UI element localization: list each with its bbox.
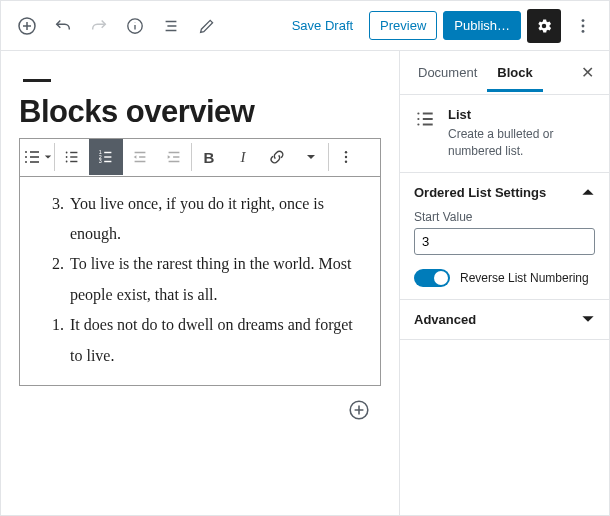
close-sidebar-button[interactable]: ✕ xyxy=(573,59,601,87)
pencil-icon xyxy=(199,18,215,34)
ordered-list-settings-panel: Ordered List Settings Start Value Revers… xyxy=(400,173,609,300)
block-toolbar: 123 B I xyxy=(19,138,381,176)
block-type-list-button[interactable] xyxy=(20,139,54,175)
publish-button[interactable]: Publish… xyxy=(443,11,521,40)
reverse-numbering-label: Reverse List Numbering xyxy=(460,271,589,285)
svg-point-6 xyxy=(25,156,27,158)
link-button[interactable] xyxy=(260,139,294,175)
italic-icon: I xyxy=(241,149,246,166)
undo-icon xyxy=(54,17,72,35)
info-icon xyxy=(126,17,144,35)
more-vertical-icon xyxy=(574,17,592,35)
ordered-list: 3.You live once, if you do it right, onc… xyxy=(36,189,364,371)
svg-point-7 xyxy=(25,161,27,163)
title-accent xyxy=(23,79,51,82)
info-button[interactable] xyxy=(119,10,151,42)
list-block-card-icon xyxy=(414,107,436,131)
preview-button[interactable]: Preview xyxy=(369,11,437,40)
svg-point-15 xyxy=(345,156,347,158)
list-block-icon xyxy=(22,147,42,167)
settings-sidebar: Document Block ✕ List Create a bulleted … xyxy=(399,51,609,516)
advanced-panel: Advanced xyxy=(400,300,609,340)
list-icon xyxy=(414,108,436,130)
plus-circle-icon xyxy=(17,16,37,36)
settings-button[interactable] xyxy=(527,9,561,43)
svg-point-10 xyxy=(66,161,68,163)
add-block-after-button[interactable] xyxy=(343,394,375,426)
bold-icon: B xyxy=(204,149,215,166)
block-card-description: Create a bulleted or numbered list. xyxy=(448,126,595,160)
start-value-input[interactable] xyxy=(414,228,595,255)
svg-point-8 xyxy=(66,152,68,154)
ordered-list-button[interactable]: 123 xyxy=(89,139,123,175)
gear-icon xyxy=(535,17,553,35)
chevron-down-icon xyxy=(306,152,316,162)
svg-point-19 xyxy=(417,118,419,120)
tab-document[interactable]: Document xyxy=(408,53,487,92)
svg-point-5 xyxy=(25,151,27,153)
chevron-down-icon xyxy=(44,153,52,161)
more-menu-button[interactable] xyxy=(567,10,599,42)
undo-button[interactable] xyxy=(47,10,79,42)
add-block-button[interactable] xyxy=(11,10,43,42)
numbered-list-icon: 123 xyxy=(97,148,115,166)
tab-block[interactable]: Block xyxy=(487,53,542,92)
chevron-down-icon xyxy=(581,312,595,326)
more-vertical-icon xyxy=(338,149,354,165)
panel-toggle-ordered[interactable]: Ordered List Settings xyxy=(414,185,595,200)
save-draft-button[interactable]: Save Draft xyxy=(282,12,363,39)
outdent-button[interactable] xyxy=(123,139,157,175)
outline-button[interactable] xyxy=(155,10,187,42)
svg-point-16 xyxy=(345,161,347,163)
list-item[interactable]: 3.You live once, if you do it right, onc… xyxy=(36,189,364,250)
list-item[interactable]: 2.To live is the rarest thing in the wor… xyxy=(36,249,364,310)
indent-button[interactable] xyxy=(157,139,191,175)
svg-point-3 xyxy=(582,24,585,27)
indent-icon xyxy=(165,148,183,166)
close-icon: ✕ xyxy=(581,64,594,81)
link-icon xyxy=(269,149,285,165)
list-item[interactable]: 1.It does not do to dwell on dreams and … xyxy=(36,310,364,371)
sidebar-tabs: Document Block ✕ xyxy=(400,51,609,95)
list-block[interactable]: 3.You live once, if you do it right, onc… xyxy=(19,176,381,386)
more-formatting-button[interactable] xyxy=(294,139,328,175)
outdent-icon xyxy=(131,148,149,166)
start-value-label: Start Value xyxy=(414,210,595,224)
svg-point-20 xyxy=(417,123,419,125)
reverse-numbering-toggle[interactable] xyxy=(414,269,450,287)
panel-toggle-advanced[interactable]: Advanced xyxy=(414,312,595,327)
redo-button[interactable] xyxy=(83,10,115,42)
editor-canvas: Blocks overview 123 xyxy=(1,51,399,516)
post-title[interactable]: Blocks overview xyxy=(19,94,381,130)
chevron-up-icon xyxy=(581,185,595,199)
svg-point-2 xyxy=(582,19,585,22)
edit-mode-button[interactable] xyxy=(191,10,223,42)
top-toolbar: Save Draft Preview Publish… xyxy=(1,1,609,51)
bulleted-list-icon xyxy=(63,148,81,166)
block-more-button[interactable] xyxy=(329,139,363,175)
svg-point-4 xyxy=(582,29,585,32)
svg-text:3: 3 xyxy=(99,158,102,164)
bold-button[interactable]: B xyxy=(192,139,226,175)
svg-point-9 xyxy=(66,156,68,158)
svg-point-14 xyxy=(345,151,347,153)
unordered-list-button[interactable] xyxy=(55,139,89,175)
svg-point-18 xyxy=(417,112,419,114)
italic-button[interactable]: I xyxy=(226,139,260,175)
block-card-panel: List Create a bulleted or numbered list. xyxy=(400,95,609,173)
redo-icon xyxy=(90,17,108,35)
block-card-name: List xyxy=(448,107,595,122)
plus-circle-icon xyxy=(348,399,370,421)
outline-icon xyxy=(162,17,180,35)
